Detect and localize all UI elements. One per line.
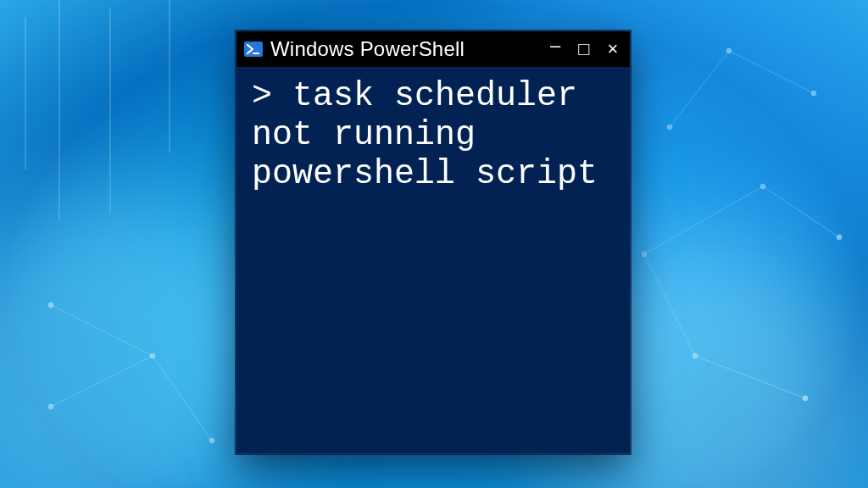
- svg-point-23: [811, 91, 816, 96]
- close-button[interactable]: ×: [604, 40, 621, 58]
- svg-point-19: [150, 353, 155, 358]
- svg-line-9: [153, 356, 212, 441]
- svg-line-5: [763, 186, 839, 237]
- svg-line-6: [644, 254, 695, 356]
- window-controls: – □ ×: [547, 40, 621, 58]
- svg-point-14: [760, 184, 765, 189]
- svg-point-17: [803, 396, 808, 401]
- svg-line-12: [670, 51, 729, 127]
- window-title: Windows PowerShell: [270, 37, 540, 61]
- svg-point-21: [48, 302, 53, 308]
- svg-point-22: [726, 48, 732, 53]
- powershell-icon: [243, 39, 264, 59]
- maximize-button[interactable]: □: [576, 40, 593, 58]
- powershell-window: Windows PowerShell – □ × > task schedule…: [236, 30, 631, 454]
- svg-point-20: [209, 438, 214, 443]
- titlebar[interactable]: Windows PowerShell – □ ×: [236, 31, 630, 67]
- svg-point-15: [837, 235, 842, 240]
- svg-point-18: [48, 404, 53, 409]
- svg-point-24: [667, 125, 672, 130]
- minimize-button[interactable]: –: [547, 36, 564, 55]
- svg-line-10: [51, 305, 153, 356]
- svg-point-16: [693, 353, 698, 358]
- svg-line-8: [51, 356, 153, 407]
- terminal-body[interactable]: > task scheduler not running powershell …: [236, 67, 630, 209]
- svg-line-11: [729, 51, 814, 93]
- svg-line-4: [644, 186, 763, 254]
- svg-line-7: [695, 356, 805, 398]
- command-text: task scheduler not running powershell sc…: [252, 77, 598, 193]
- prompt-symbol: >: [252, 77, 292, 115]
- svg-point-13: [642, 252, 647, 257]
